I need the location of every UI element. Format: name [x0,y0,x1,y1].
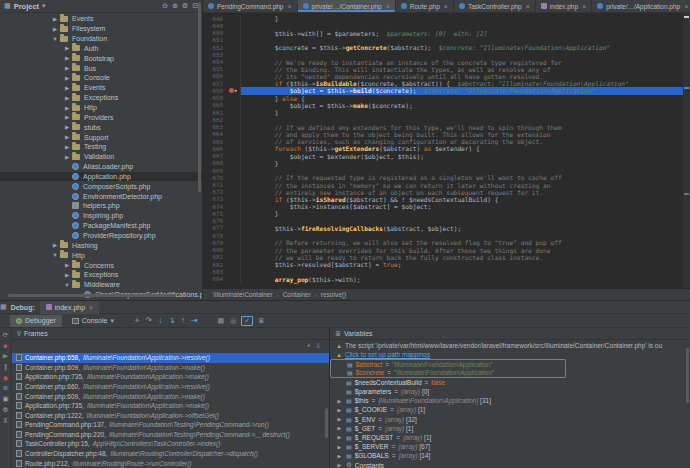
gutter[interactable] [227,181,241,188]
variable-row-request[interactable]: ▶▤$_REQUEST=(array) [1] [330,433,690,442]
line-number[interactable]: 684 [203,276,227,282]
chevron-right-icon[interactable]: ▶ [62,144,72,150]
line-number[interactable]: 667 [203,153,227,159]
chevron-right-icon[interactable]: ▶ [62,75,72,81]
inline-values-toggle-icon[interactable]: ✓ [241,316,253,326]
line-number[interactable]: 663 [203,124,227,130]
gutter[interactable] [227,109,241,116]
line-number[interactable]: 648 [203,16,227,22]
variable-row-env[interactable]: ▶▤$_ENV=(array) [32] [330,415,690,424]
variables-scrollbar[interactable] [686,348,689,403]
code-line-681[interactable]: 681 // we will be ready to return back t… [203,254,690,261]
gutter[interactable] [227,160,241,167]
line-number[interactable]: 658 [203,88,227,94]
breadcrumb-item[interactable]: \Illuminate\Container [213,291,273,298]
close-icon[interactable]: × [288,3,292,10]
code-line-665[interactable]: 665 // of services, such as changing con… [203,138,690,145]
tree-item-exceptions[interactable]: ▶Exceptions [0,93,202,103]
tree-item-events[interactable]: ▶Events [0,83,202,93]
variable-row-constants[interactable]: ▶⚙Constants [330,460,690,468]
gutter[interactable] [227,247,241,254]
gutter[interactable] [227,116,241,123]
editor-tab-private-application-php[interactable]: private/…/Application.php× [592,0,690,12]
line-number[interactable]: 665 [203,139,227,145]
frames-scrollbar[interactable] [325,408,328,438]
line-number[interactable]: 669 [203,168,227,174]
gutter[interactable] [227,102,241,109]
code-line-664[interactable]: 664 // and apply them to the object bein… [203,131,690,138]
line-number[interactable]: 656 [203,73,227,79]
line-number[interactable]: 652 [203,45,227,51]
tree-item-testing[interactable]: ▶Testing [0,142,202,152]
gutter[interactable]: ➤ [227,87,241,94]
line-number[interactable]: 662 [203,117,227,123]
line-number[interactable]: 651 [203,37,227,43]
code-editor[interactable]: 648 }649650 $this->with[] = $parameters;… [203,13,690,288]
tree-item-stubs[interactable]: ▶stubs [0,122,202,132]
gutter[interactable] [227,145,241,152]
variable-row-server[interactable]: ▶▤$_SERVER=(array) [67] [330,442,690,451]
code-line-673[interactable]: 673 if ($this->isShared($abstract) && ! … [203,196,690,203]
chevron-down-icon[interactable]: ▼ [62,282,72,288]
variable-row-concrete[interactable]: ▤$concrete="Illuminate\Foundation\Applic… [330,369,566,378]
code-line-650[interactable]: 650 $this->with[] = $parameters; $parame… [203,29,690,36]
gutter[interactable] [227,174,241,181]
close-icon[interactable]: × [582,3,586,10]
editor-tab-route-php[interactable]: Route.php× [396,0,454,12]
code-line-652[interactable]: 652 $concrete = $this->getConcrete($abst… [203,44,690,51]
line-number[interactable]: 675 [203,211,227,217]
gutter[interactable] [227,239,241,246]
tree-item-providers[interactable]: ▶Providers [0,112,202,122]
frame-row[interactable]: TaskController.php:15, App\Http\Controll… [12,439,329,449]
tree-item-bus[interactable]: ▶Bus [0,63,202,73]
pause-icon[interactable]: ∥ [4,364,7,371]
line-number[interactable]: 680 [203,247,227,253]
code-line-654[interactable]: 654 // We're ready to instantiate an ins… [203,58,690,65]
tree-item-concerns[interactable]: ▶Concerns [0,260,202,270]
code-line-680[interactable]: 680 // the parameter overrides for this … [203,247,690,254]
chevron-right-icon[interactable]: ▶ [62,65,72,71]
line-number[interactable]: 657 [203,81,227,87]
code-line-675[interactable]: 675 } [203,210,690,217]
chevron-right-icon[interactable]: ▶ [62,85,72,91]
tab-debugger[interactable]: Debugger [10,315,62,327]
chevron-right-icon[interactable]: ▶ [62,95,72,101]
frame-row[interactable]: Container.php:1222, Illuminate\Foundatio… [12,410,329,420]
gutter[interactable] [227,152,241,159]
code-line-653[interactable]: 653 [203,51,690,58]
tree-item-foundation[interactable]: ▼Foundation [0,34,202,44]
code-line-662[interactable]: 662 [203,116,690,123]
tree-item-bootstrap[interactable]: ▶Bootstrap [0,53,202,63]
tree-item-console[interactable]: ▶Console [0,73,202,83]
tree-item-http[interactable]: ▼Http [0,250,202,260]
gutter[interactable] [227,261,241,268]
line-number[interactable]: 672 [203,189,227,195]
editor-scroll-stripe[interactable] [683,13,690,288]
chevron-right-icon[interactable]: ▶ [62,45,72,51]
frame-row[interactable]: ControllerDispatcher.php:48, Illuminate\… [12,449,329,459]
tree-item-providerrepository-php[interactable]: ProviderRepository.php [0,231,202,241]
frame-row[interactable]: Container.php:660, Illuminate\Foundation… [12,382,329,392]
line-number[interactable]: 655 [203,66,227,72]
path-mapping-link-row[interactable]: ▲Click to set up path mappings [330,350,690,359]
expand-icon[interactable]: ▶ [336,453,343,459]
chevron-right-icon[interactable]: ▶ [62,105,72,111]
expand-icon[interactable]: ▶ [336,444,343,450]
code-line-661[interactable]: 661 } [203,109,690,116]
gutter[interactable] [227,22,241,29]
filter-frames-icon[interactable]: + [307,343,311,350]
line-number[interactable]: 668 [203,160,227,166]
close-icon[interactable]: × [526,3,530,10]
line-number[interactable]: 683 [203,269,227,275]
tree-item-events[interactable]: ▶Events [0,14,202,24]
editor-tab-taskcontroller-php[interactable]: TaskController.php× [454,0,536,12]
code-line-671[interactable]: 671 // the instances in "memory" so we c… [203,181,690,188]
close-icon[interactable]: × [386,3,390,10]
gutter[interactable] [227,196,241,203]
gutter[interactable] [227,254,241,261]
line-number[interactable]: 681 [203,254,227,260]
code-line-682[interactable]: 682 $this->resolved[$abstract] = true; [203,261,690,268]
line-number[interactable]: 678 [203,233,227,239]
pin-icon[interactable]: ⊼ [3,418,8,425]
tree-item-environmentdetector-php[interactable]: EnvironmentDetector.php [0,191,202,201]
